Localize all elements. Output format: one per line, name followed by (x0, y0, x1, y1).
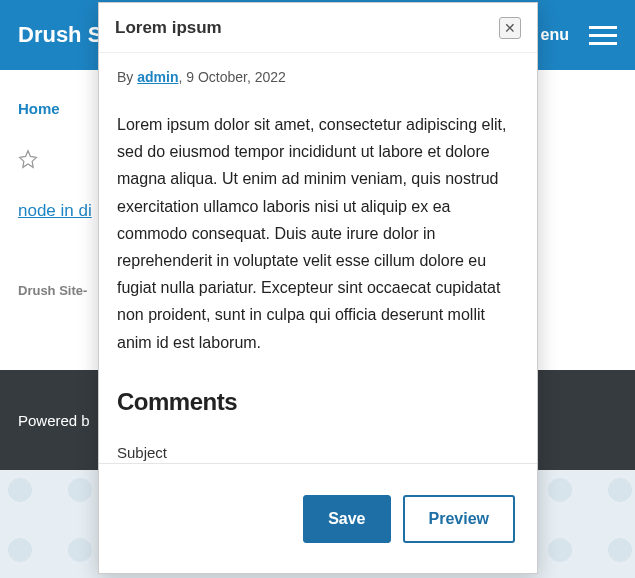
preview-button[interactable]: Preview (403, 495, 515, 543)
node-link[interactable]: node in di (18, 201, 92, 220)
by-prefix: By (117, 69, 137, 85)
author-link[interactable]: admin (137, 69, 178, 85)
menu-label: enu (541, 26, 569, 44)
star-icon[interactable] (18, 155, 38, 172)
topbar-right: enu (541, 26, 617, 45)
save-button[interactable]: Save (303, 495, 390, 543)
comments-heading: Comments (117, 388, 519, 416)
byline: By admin, 9 October, 2022 (117, 69, 519, 85)
dialog-title: Lorem ipsum (115, 18, 222, 38)
body-text: Lorem ipsum dolor sit amet, consectetur … (117, 111, 519, 356)
dialog-footer: Save Preview (99, 463, 537, 573)
dialog-body[interactable]: By admin, 9 October, 2022 Lorem ipsum do… (99, 53, 537, 463)
modal-dialog: Lorem ipsum ✕ By admin, 9 October, 2022 … (98, 2, 538, 574)
dialog-header: Lorem ipsum ✕ (99, 3, 537, 53)
subject-label: Subject (117, 444, 519, 461)
powered-by: Powered b (18, 412, 90, 429)
close-icon[interactable]: ✕ (499, 17, 521, 39)
hamburger-icon[interactable] (589, 26, 617, 45)
post-date: 9 October, 2022 (186, 69, 286, 85)
